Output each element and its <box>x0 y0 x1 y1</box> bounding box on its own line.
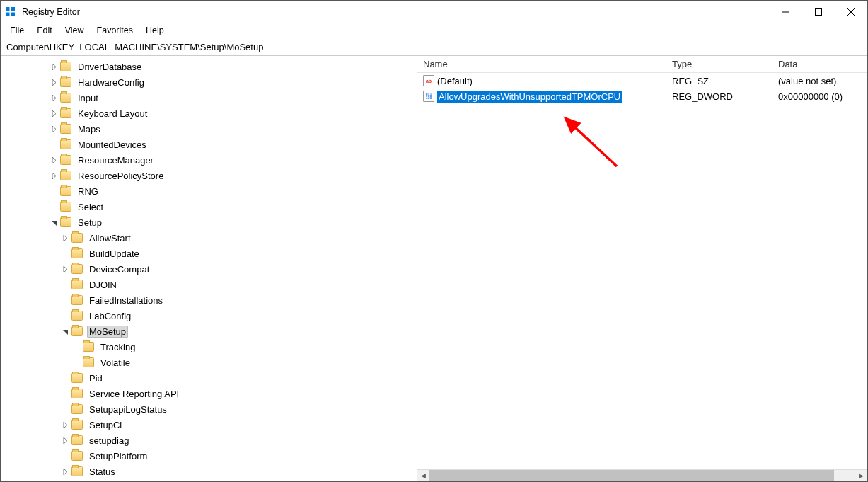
scroll-thumb[interactable] <box>429 470 834 481</box>
chevron-right-icon[interactable] <box>49 124 59 134</box>
value-name: (Default) <box>437 76 473 86</box>
folder-icon <box>71 389 83 398</box>
values-header: Name Type Data <box>417 56 867 73</box>
tree-item-label: MountedDevices <box>76 139 149 151</box>
column-data[interactable]: Data <box>772 56 867 72</box>
tree-item-label: Setup <box>76 217 104 229</box>
tree-item[interactable]: SetupapiLogStatus <box>4 401 417 417</box>
folder-icon <box>71 404 83 414</box>
tree-item[interactable]: MoSetup <box>4 323 417 339</box>
folder-icon <box>60 186 71 196</box>
scroll-track[interactable] <box>429 470 855 481</box>
tree-item[interactable]: setupdiag <box>4 432 417 448</box>
tree-item[interactable]: Select <box>4 199 417 214</box>
value-row[interactable]: ab(Default)REG_SZ(value not set) <box>417 73 867 88</box>
chevron-right-icon[interactable] <box>60 435 70 445</box>
svg-rect-5 <box>816 9 822 16</box>
tree-item[interactable]: Keyboard Layout <box>4 105 417 121</box>
tree-item[interactable]: DriverDatabase <box>4 59 417 74</box>
folder-icon <box>60 171 71 180</box>
chevron-right-icon[interactable] <box>49 155 59 165</box>
tree-item[interactable]: BuildUpdate <box>4 246 417 261</box>
menu-help[interactable]: Help <box>139 24 170 37</box>
value-type: REG_DWORD <box>666 91 772 102</box>
svg-marker-13 <box>52 157 56 163</box>
tree-item[interactable]: Tracking <box>4 339 417 355</box>
tree-item[interactable]: SetupCl <box>4 417 417 432</box>
tree-item-label: MoSetup <box>87 326 128 338</box>
tree-item[interactable]: Service Reporting API <box>4 386 417 401</box>
folder-icon <box>71 435 83 445</box>
tree-item[interactable]: Setup <box>4 214 417 230</box>
tree-item[interactable]: ResourceManager <box>4 152 417 168</box>
folder-icon <box>71 295 83 305</box>
tree-item[interactable]: Volatile <box>4 355 417 370</box>
reg-dword-icon: 011110 <box>423 91 434 102</box>
chevron-right-icon[interactable] <box>49 93 59 103</box>
values-panel: Name Type Data ab(Default)REG_SZ(value n… <box>417 56 867 481</box>
tree-item-label: Keyboard Layout <box>76 108 149 120</box>
minimize-button[interactable] <box>770 1 802 23</box>
tree-item[interactable]: Pid <box>4 370 417 386</box>
value-row[interactable]: 011110AllowUpgradesWithUnsupportedTPMOrC… <box>417 88 867 104</box>
tree-item[interactable]: HardwareConfig <box>4 74 417 90</box>
svg-marker-17 <box>64 266 67 272</box>
svg-rect-3 <box>11 13 16 17</box>
reg-sz-icon: ab <box>423 75 434 86</box>
folder-icon <box>71 373 83 383</box>
menu-file[interactable]: File <box>4 24 30 37</box>
chevron-right-icon[interactable] <box>60 264 70 274</box>
scroll-right-button[interactable]: ▶ <box>855 470 867 482</box>
chevron-right-icon[interactable] <box>49 108 59 118</box>
tree-item[interactable]: Status <box>4 464 417 479</box>
tree-item[interactable]: RNG <box>4 183 417 199</box>
folder-icon <box>60 77 71 87</box>
tree-item[interactable]: Maps <box>4 121 417 137</box>
menu-edit[interactable]: Edit <box>30 24 59 37</box>
title-bar: Registry Editor <box>1 1 867 23</box>
tree-item[interactable]: MountedDevices <box>4 137 417 152</box>
values-list: ab(Default)REG_SZ(value not set)011110Al… <box>417 73 867 469</box>
folder-icon <box>60 124 71 134</box>
tree-item[interactable]: SetupPlatform <box>4 448 417 464</box>
svg-marker-21 <box>64 469 67 475</box>
chevron-down-icon[interactable] <box>49 217 59 227</box>
chevron-right-icon[interactable] <box>49 77 59 87</box>
value-name: AllowUpgradesWithUnsupportedTPMOrCPU <box>437 91 622 103</box>
tree-item[interactable]: AllowStart <box>4 230 417 246</box>
horizontal-scrollbar[interactable]: ◀ ▶ <box>417 469 867 481</box>
svg-marker-19 <box>64 422 67 428</box>
tree-item-label: setupdiag <box>87 435 131 447</box>
folder-icon <box>60 108 71 118</box>
close-button[interactable] <box>835 1 867 23</box>
menu-favorites[interactable]: Favorites <box>91 24 139 37</box>
scroll-left-button[interactable]: ◀ <box>417 470 429 482</box>
chevron-right-icon[interactable] <box>60 466 70 476</box>
tree-item[interactable]: Input <box>4 90 417 105</box>
menu-view[interactable]: View <box>59 24 91 37</box>
window-controls <box>770 1 867 23</box>
menu-bar: File Edit View Favorites Help <box>1 23 867 38</box>
column-name[interactable]: Name <box>417 56 666 72</box>
column-type[interactable]: Type <box>666 56 772 72</box>
tree-item[interactable]: FailedInstallations <box>4 292 417 308</box>
folder-icon <box>71 264 83 274</box>
chevron-right-icon[interactable] <box>60 233 70 243</box>
chevron-down-icon[interactable] <box>60 326 70 336</box>
svg-marker-11 <box>52 110 56 117</box>
value-name-cell: ab(Default) <box>417 75 666 86</box>
svg-rect-0 <box>6 7 10 11</box>
tree-scroll[interactable]: DriverDatabaseHardwareConfigInputKeyboar… <box>1 56 417 481</box>
chevron-right-icon[interactable] <box>60 420 70 430</box>
tree-item[interactable]: DJOIN <box>4 277 417 292</box>
chevron-right-icon[interactable] <box>49 62 59 71</box>
window-title: Registry Editor <box>22 7 80 17</box>
chevron-right-icon[interactable] <box>49 171 59 180</box>
tree-item-label: SetupCl <box>87 419 124 431</box>
address-bar[interactable]: Computer\HKEY_LOCAL_MACHINE\SYSTEM\Setup… <box>1 38 867 56</box>
maximize-button[interactable] <box>802 1 835 23</box>
tree-item[interactable]: DeviceCompat <box>4 261 417 277</box>
tree-item[interactable]: LabConfig <box>4 308 417 323</box>
tree-item[interactable]: ResourcePolicyStore <box>4 168 417 183</box>
tree-item-label: ResourceManager <box>76 154 156 166</box>
